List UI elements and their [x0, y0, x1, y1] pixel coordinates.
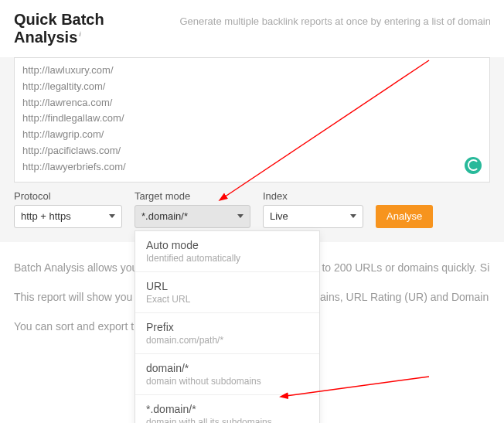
index-col: Index Live: [263, 190, 363, 228]
dd-label: Prefix: [146, 321, 308, 333]
protocol-label: Protocol: [14, 190, 122, 202]
dd-sub: domain with all its subdomains: [146, 417, 308, 423]
page-title-text: Quick Batch Analysis: [14, 11, 104, 46]
url-line: http://findlegallaw.com/: [22, 111, 482, 127]
url-line: http://lawgrip.com/: [22, 127, 482, 143]
analyse-button[interactable]: Analyse: [376, 205, 433, 228]
url-line: http://lawluxury.com/: [22, 63, 482, 79]
url-line: http://lawyerbriefs.com/: [22, 159, 482, 176]
url-line: http://lawrenca.com/: [22, 95, 482, 111]
dd-label: Auto mode: [146, 239, 308, 251]
chevron-down-icon: [350, 214, 356, 218]
controls-row: Protocol http + https Target mode *.doma…: [14, 190, 490, 228]
chevron-down-icon: [237, 214, 243, 218]
dropdown-item-star-domain[interactable]: *.domain/* domain with all its subdomain…: [135, 395, 319, 423]
dd-sub: Exact URL: [146, 294, 308, 305]
page-header: Quick Batch Analysisi Generate multiple …: [0, 0, 504, 57]
dd-label: URL: [146, 280, 308, 292]
dd-sub: domain without subdomains: [146, 376, 308, 387]
dropdown-item-prefix[interactable]: Prefix domain.com/path/*: [135, 313, 319, 354]
dropdown-item-url[interactable]: URL Exact URL: [135, 272, 319, 313]
info-icon[interactable]: i: [79, 30, 81, 38]
dropdown-item-domain[interactable]: domain/* domain without subdomains: [135, 354, 319, 395]
input-panel: http://lawluxury.com/ http://legaltity.c…: [0, 57, 504, 242]
target-mode-select[interactable]: *.domain/*: [135, 205, 250, 228]
url-line: http://legaltity.com/: [22, 79, 482, 95]
dd-label: domain/*: [146, 362, 308, 374]
target-mode-label: Target mode: [135, 190, 250, 202]
grammarly-icon[interactable]: [465, 157, 482, 174]
url-line: http://pacificlaws.com/: [22, 143, 482, 159]
page-subtitle: Generate multiple backlink reports at on…: [179, 15, 490, 27]
page-title: Quick Batch Analysisi: [14, 11, 172, 46]
index-select[interactable]: Live: [263, 205, 363, 228]
dropdown-item-auto[interactable]: Auto mode Identified automatically: [135, 231, 319, 272]
target-mode-value: *.domain/*: [141, 210, 188, 222]
dd-sub: domain.com/path/*: [146, 335, 308, 346]
protocol-col: Protocol http + https: [14, 190, 122, 228]
dd-label: *.domain/*: [146, 403, 308, 415]
protocol-value: http + https: [21, 210, 71, 222]
dd-sub: Identified automatically: [146, 253, 308, 264]
target-mode-dropdown: Auto mode Identified automatically URL E…: [135, 230, 320, 423]
chevron-down-icon: [109, 214, 115, 218]
index-label: Index: [263, 190, 363, 202]
protocol-select[interactable]: http + https: [14, 205, 122, 228]
target-mode-col: Target mode *.domain/*: [135, 190, 250, 228]
url-textarea[interactable]: http://lawluxury.com/ http://legaltity.c…: [14, 57, 490, 183]
index-value: Live: [270, 210, 288, 222]
